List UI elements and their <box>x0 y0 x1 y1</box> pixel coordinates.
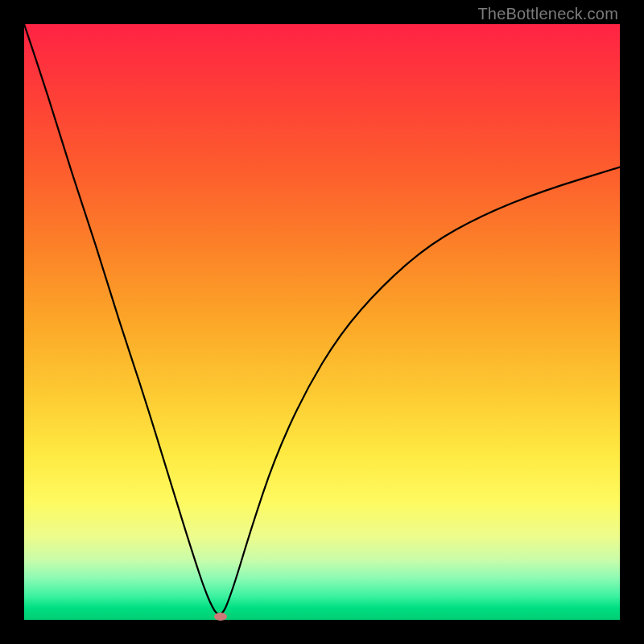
chart-frame: TheBottleneck.com <box>0 0 644 644</box>
plot-area <box>24 24 620 620</box>
curve-svg <box>24 24 620 620</box>
watermark-text: TheBottleneck.com <box>477 5 618 23</box>
bottleneck-curve-path <box>24 24 620 614</box>
min-marker <box>214 613 227 621</box>
